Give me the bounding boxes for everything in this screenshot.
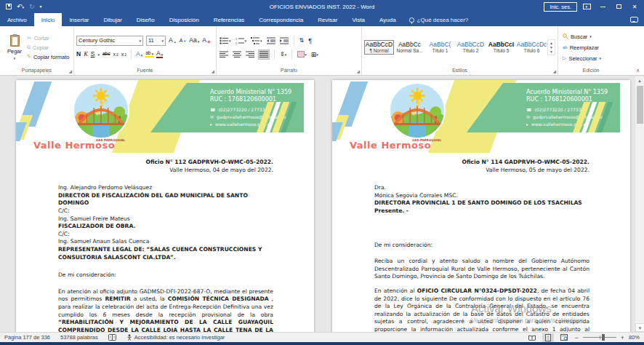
increase-indent-icon[interactable]	[279, 36, 289, 46]
shrink-font-icon[interactable]: A▼	[180, 38, 187, 43]
highlight-color-icon[interactable]: ab▾	[145, 51, 153, 58]
style-card[interactable]: AaBbC(Título 1	[425, 40, 455, 55]
replace-button[interactable]: abReemplazar	[563, 43, 601, 52]
style-card[interactable]: AaBbCcD¶ Normal	[364, 40, 394, 55]
body-paragraphs: Reciba un cordial y atento saludo a nomb…	[374, 258, 589, 332]
save-icon[interactable]	[6, 4, 12, 9]
tab-disposición[interactable]: Disposición	[162, 13, 206, 26]
tab-inicio[interactable]: Inicio	[34, 13, 63, 26]
find-button[interactable]: Buscar▾	[563, 32, 601, 41]
proofing-errors-icon[interactable]	[108, 334, 116, 341]
tab-vista[interactable]: Vista	[345, 13, 372, 26]
tab-referencias[interactable]: Referencias	[206, 13, 252, 26]
acuerdo-ministerial: Acuerdo Ministerial N° 1359	[526, 89, 608, 95]
paragraph-dialog-launcher-icon[interactable]: ◢	[356, 69, 360, 74]
styles-dialog-launcher-icon[interactable]: ◢	[552, 69, 556, 74]
zoom-in-icon[interactable]: +	[621, 334, 624, 341]
vertical-scrollbar[interactable]: ▲ ▼	[635, 76, 644, 332]
format-painter-button[interactable]: ✎Copiar formato	[27, 52, 69, 61]
style-card[interactable]: AaBbCcITítulo 5	[486, 40, 516, 55]
line-spacing-icon[interactable]: ⇕▾	[279, 49, 287, 60]
document-page[interactable]: Acuerdo Ministerial N° 1359 RUC : 176812…	[332, 80, 630, 332]
shading-icon[interactable]: ▾	[297, 49, 307, 60]
style-card[interactable]: AaBbCcDTítulo 2	[456, 40, 486, 55]
style-card[interactable]: AaBbCcDcTítulo 6	[517, 40, 547, 55]
brand-wordmark: Valle HermosoGAD PARROQUIAL	[33, 140, 115, 151]
tab-archivo[interactable]: Archivo	[0, 13, 34, 26]
salutation: De mi consideración:	[374, 242, 589, 250]
sign-in-button[interactable]: Inic. ses.	[544, 2, 577, 12]
zoom-slider[interactable]	[583, 337, 616, 338]
zoom-out-icon[interactable]: −	[574, 334, 578, 341]
phone-number: (02)2773220 / 2773300	[534, 107, 587, 112]
font-dialog-launcher-icon[interactable]: ◢	[211, 69, 214, 74]
style-card[interactable]: AaBbCcNormal Sa...	[395, 40, 424, 55]
align-left-icon[interactable]	[219, 49, 229, 60]
italic-button[interactable]: K	[84, 51, 88, 58]
minimize-button[interactable]	[596, 1, 609, 12]
tell-me-box[interactable]: ¿Qué desea hacer?	[403, 13, 475, 26]
font-color-icon[interactable]: A▾	[156, 50, 163, 58]
bullets-icon[interactable]: ▾	[219, 36, 232, 46]
paste-icon	[10, 35, 20, 47]
align-right-icon[interactable]	[245, 49, 255, 60]
customize-qat-icon[interactable]: ▾	[40, 4, 42, 9]
web-layout-icon[interactable]	[558, 333, 570, 342]
align-center-icon[interactable]	[232, 49, 242, 60]
zoom-level[interactable]: 80%	[629, 334, 640, 341]
recipient-line: Presente. -	[374, 207, 589, 215]
select-button[interactable]: ▷Seleccionar▾	[563, 54, 601, 63]
undo-icon[interactable]: ↶▾	[17, 4, 24, 10]
numbering-icon[interactable]: 12▾	[235, 36, 248, 46]
recipient-line: Dra.	[374, 184, 589, 192]
strikethrough-icon[interactable]: abc	[102, 52, 110, 57]
letter-body[interactable]: Oficio N° 114 GADPRVH-O-WMC-05-2022. Val…	[332, 153, 630, 332]
collapse-ribbon-icon[interactable]: ∧	[636, 68, 640, 74]
accessibility-status[interactable]: Accesibilidad: es necesario investigar	[126, 334, 225, 341]
grow-font-icon[interactable]: A▲	[169, 37, 177, 44]
clipboard-dialog-launcher-icon[interactable]: ◢	[68, 69, 72, 74]
ribbon-display-options-icon[interactable]	[580, 1, 593, 12]
letter-body[interactable]: Oficio N° 112 GADPRVH-O-WMC-05-2022. Val…	[16, 153, 314, 332]
decrease-indent-icon[interactable]	[266, 36, 276, 46]
scroll-up-icon[interactable]: ▲	[635, 76, 644, 85]
word-count[interactable]: 53788 palabras	[60, 334, 98, 341]
bold-button[interactable]: N	[76, 51, 81, 58]
change-case-icon[interactable]: Aa▾	[189, 37, 199, 44]
tab-revisar[interactable]: Revisar	[310, 13, 345, 26]
tab-diseño[interactable]: Diseño	[129, 13, 162, 26]
ribbon-tabs: ArchivoInicioInsertarDibujarDiseñoDispos…	[0, 13, 644, 26]
tab-dibujar[interactable]: Dibujar	[97, 13, 129, 26]
underline-button[interactable]: S	[91, 51, 95, 58]
justify-icon[interactable]	[258, 49, 270, 60]
close-button[interactable]: ✕	[628, 1, 641, 12]
restore-button[interactable]	[612, 1, 625, 12]
font-name-combo[interactable]: Century Gothic▾	[76, 36, 143, 46]
scrollbar-thumb[interactable]	[637, 86, 643, 124]
subscript-icon[interactable]: x2	[113, 52, 118, 57]
zoom-slider-thumb[interactable]	[602, 334, 605, 341]
page-indicator[interactable]: Página 177 de 336	[4, 334, 50, 341]
tab-correspondencia[interactable]: Correspondencia	[251, 13, 310, 26]
styles-gallery-scrollbar[interactable]: ▲▼▼	[547, 39, 555, 55]
font-size-combo[interactable]: 11▾	[146, 36, 166, 46]
scroll-down-icon[interactable]: ▼	[635, 323, 644, 332]
show-marks-icon[interactable]: ¶	[307, 36, 313, 46]
copy-button: ⧉Copiar	[27, 43, 69, 52]
style-sample: AaBbC(	[430, 41, 451, 48]
text-effects-icon[interactable]: A▾	[136, 51, 142, 58]
tab-insertar[interactable]: Insertar	[62, 13, 96, 26]
clipboard-group: Pegar▾ ✂Cortar ⧉Copiar ✎Copiar formato P…	[0, 26, 74, 75]
print-layout-icon[interactable]	[542, 333, 554, 342]
multilevel-list-icon[interactable]: ▾	[250, 36, 263, 46]
paste-button[interactable]: Pegar▾	[2, 28, 27, 66]
read-mode-icon[interactable]	[526, 333, 538, 342]
superscript-icon[interactable]: x2	[121, 52, 126, 57]
comment-icon[interactable]	[630, 17, 638, 23]
sort-icon[interactable]: ⇅	[299, 36, 305, 46]
clear-formatting-icon[interactable]: A◆	[202, 37, 210, 44]
tab-ayuda[interactable]: Ayuda	[372, 13, 403, 26]
borders-icon[interactable]: ⊞▾	[310, 49, 319, 60]
document-area[interactable]: Acuerdo Ministerial N° 1359 RUC : 176812…	[0, 76, 635, 332]
document-page[interactable]: Acuerdo Ministerial N° 1359 RUC : 176812…	[16, 80, 314, 332]
